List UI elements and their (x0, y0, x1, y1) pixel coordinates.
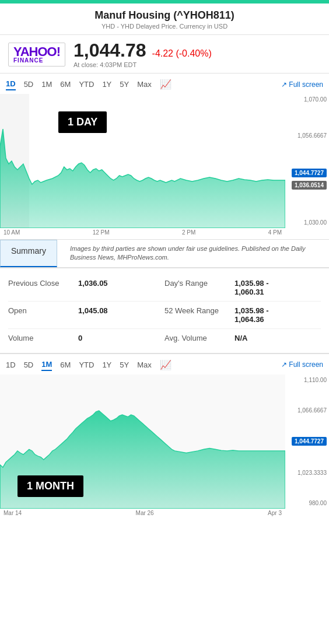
chart1-container: 1,070.00 1,056.6667 1,044.7727 1,036.051… (0, 94, 329, 228)
fair-use-text: Images by third parties are shown under … (70, 245, 306, 261)
summary-section: Summary Images by third parties are show… (0, 240, 329, 354)
tab2-ytd[interactable]: YTD (79, 359, 94, 370)
stats-52wk-range: 52 Week Range 1,035.98 -1,064.36 (164, 306, 321, 324)
52wk-range-label: 52 Week Range (164, 306, 235, 315)
chart1-svg (0, 94, 285, 228)
chart2-tabs: 1D 5D 1M 6M YTD 1Y 5Y Max 📈 ↗ Full scree… (0, 359, 329, 371)
x2-label-mar14: Mar 14 (4, 510, 22, 516)
tab-1m[interactable]: 1M (41, 79, 52, 90)
x2-label-mar26: Mar 26 (136, 510, 154, 516)
tab2-1m[interactable]: 1M (41, 359, 52, 371)
avg-volume-label: Avg. Volume (164, 334, 235, 342)
volume-label: Volume (8, 334, 78, 342)
chart2-y-labels: 1,110.00 1,066.6667 1,044.7727 1,023.333… (286, 374, 327, 509)
x-label-12pm: 12 PM (93, 229, 110, 236)
tab-5y[interactable]: 5Y (120, 79, 129, 90)
summary-tab[interactable]: Summary (0, 240, 57, 267)
y2-label-mid1: 1,066.6667 (286, 407, 327, 414)
stats-volume: Volume 0 (8, 334, 164, 342)
stats-row-1: Previous Close 1,036.05 Day's Range 1,03… (8, 274, 321, 302)
chart-type-icon[interactable]: 📈 (160, 79, 172, 90)
fullscreen-icon: ↗ (281, 80, 287, 89)
tab2-1d[interactable]: 1D (6, 359, 16, 370)
y-label-mid: 1,056.6667 (286, 132, 327, 139)
x-label-10am: 10 AM (4, 229, 20, 236)
chart2-container: 1,110.00 1,066.6667 1,044.7727 1,023.333… (0, 374, 329, 509)
tab2-1y[interactable]: 1Y (102, 359, 111, 370)
y-label-top: 1,070.00 (286, 96, 327, 103)
tab-ytd[interactable]: YTD (79, 79, 94, 90)
svg-marker-1 (0, 129, 285, 228)
price-tag-prev: 1,036.0514 (292, 181, 327, 190)
x2-label-apr3: Apr 3 (268, 510, 282, 516)
chart2-x-labels: Mar 14 Mar 26 Apr 3 (0, 509, 285, 522)
chart2-section: 1D 5D 1M 6M YTD 1Y 5Y Max 📈 ↗ Full scree… (0, 354, 329, 522)
days-range-label: Day's Range (164, 279, 235, 288)
chart2-type-icon[interactable]: 📈 (160, 359, 172, 370)
stock-subtitle: YHD - YHD Delayed Price. Currency in USD (6, 23, 323, 30)
chart1-tabs: 1D 5D 1M 6M YTD 1Y 5Y Max 📈 ↗ Full scree… (0, 78, 329, 90)
price-section: YAHOO! FINANCE 1,044.78 -4.22 (-0.40%) A… (0, 35, 329, 74)
tab-1y[interactable]: 1Y (102, 79, 111, 90)
price-close-time: At close: 4:03PM EDT (74, 61, 321, 68)
tab-1d[interactable]: 1D (6, 78, 16, 90)
y-label-bot: 1,030.00 (286, 219, 327, 226)
summary-header: Summary Images by third parties are show… (0, 240, 329, 268)
stats-row-2: Open 1,045.08 52 Week Range 1,035.98 -1,… (8, 302, 321, 329)
volume-value: 0 (78, 334, 82, 342)
days-range-value: 1,035.98 -1,060.31 (235, 279, 269, 296)
tab-max[interactable]: Max (137, 79, 152, 90)
chart1-y-labels: 1,070.00 1,056.6667 1,044.7727 1,036.051… (286, 94, 327, 228)
chart1-overlay-label: 1 DAY (58, 111, 107, 133)
tab2-5d[interactable]: 5D (24, 359, 34, 370)
fair-use-italic: Daily Business News, MHProNews.com. (70, 245, 306, 261)
stats-open: Open 1,045.08 (8, 306, 164, 315)
x-label-2pm: 2 PM (182, 229, 195, 236)
price-change: -4.22 (-0.40%) (152, 48, 212, 59)
fullscreen-label: Full screen (289, 80, 323, 89)
open-value: 1,045.08 (78, 306, 108, 315)
stats-avg-volume: Avg. Volume N/A (164, 334, 321, 342)
52wk-range-value: 1,035.98 -1,064.36 (235, 306, 269, 324)
stats-grid: Previous Close 1,036.05 Day's Range 1,03… (0, 268, 329, 353)
fullscreen2-icon: ↗ (281, 360, 287, 369)
prev-close-label: Previous Close (8, 279, 78, 288)
tab2-max[interactable]: Max (137, 359, 152, 370)
price-info: 1,044.78 -4.22 (-0.40%) At close: 4:03PM… (74, 41, 321, 68)
stats-row-3: Volume 0 Avg. Volume N/A (8, 329, 321, 347)
fullscreen2-button[interactable]: ↗ Full screen (281, 360, 323, 369)
price-tag2-current: 1,044.7727 (292, 437, 327, 446)
y2-label-mid2: 1,023.3333 (286, 470, 327, 476)
yahoo-text: YAHOO! (13, 46, 60, 58)
fair-use-notice: Images by third parties are shown under … (63, 240, 329, 267)
stats-prev-close: Previous Close 1,036.05 (8, 279, 164, 288)
y2-label-top: 1,110.00 (286, 377, 327, 383)
stock-header: Manuf Housing (^YHOH811) YHD - YHD Delay… (0, 4, 329, 35)
price-tag-current: 1,044.7727 (292, 169, 327, 177)
tab2-6m[interactable]: 6M (60, 359, 71, 370)
tab2-5y[interactable]: 5Y (120, 359, 129, 370)
yahoo-logo: YAHOO! FINANCE (8, 43, 65, 66)
prev-close-value: 1,036.05 (78, 279, 108, 288)
chart1-section: 1D 5D 1M 6M YTD 1Y 5Y Max 📈 ↗ Full scree… (0, 74, 329, 240)
stats-days-range: Day's Range 1,035.98 -1,060.31 (164, 279, 321, 296)
avg-volume-value: N/A (235, 334, 247, 342)
fullscreen-button[interactable]: ↗ Full screen (281, 80, 323, 89)
tab-6m[interactable]: 6M (60, 79, 71, 90)
price-value: 1,044.78 (74, 41, 146, 60)
open-label: Open (8, 306, 78, 315)
stock-title: Manuf Housing (^YHOH811) (6, 9, 323, 22)
chart1-x-labels: 10 AM 12 PM 2 PM 4 PM (0, 228, 285, 239)
tab-5d[interactable]: 5D (24, 79, 34, 90)
chart2-overlay-label: 1 MONTH (18, 475, 83, 497)
fullscreen2-label: Full screen (289, 360, 323, 369)
y2-label-bot: 980.00 (286, 500, 327, 506)
x-label-4pm: 4 PM (268, 229, 282, 236)
